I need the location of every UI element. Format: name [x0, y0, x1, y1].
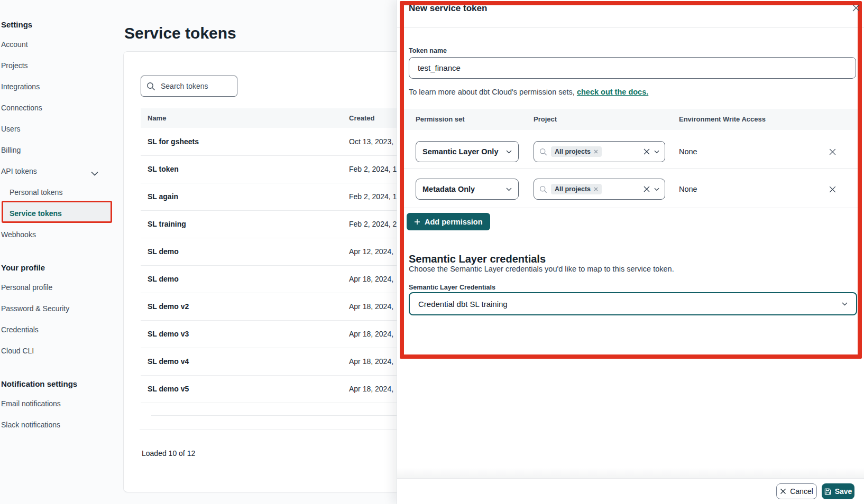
chevron-down-icon — [506, 188, 512, 191]
save-button[interactable]: Save — [822, 483, 854, 499]
search-input[interactable] — [160, 81, 225, 91]
divider — [403, 208, 858, 208]
token-name: SL again — [141, 192, 349, 201]
new-service-token-drawer: New service token Token name To learn mo… — [397, 0, 864, 504]
token-created: Apr 18, 2024, — [349, 385, 393, 393]
column-header-permission-set: Permission set — [416, 115, 465, 123]
column-header-env-write-access: Environment Write Access — [679, 115, 766, 123]
chevron-down-icon — [654, 150, 659, 154]
sidebar-item-slack-notifications[interactable]: Slack notifications — [1, 421, 60, 429]
your-profile-heading: Your profile — [1, 263, 45, 272]
semantic-layer-credentials-description: Choose the Semantic Layer credentials yo… — [409, 265, 674, 273]
remove-permission-icon[interactable] — [826, 183, 838, 195]
sidebar-item-connections[interactable]: Connections — [1, 104, 42, 112]
permission-set-value: Metadata Only — [422, 185, 475, 193]
credential-value: Credential dbt SL training — [418, 300, 508, 309]
chevron-down-icon — [842, 302, 848, 306]
token-created: Apr 18, 2024, — [349, 302, 393, 311]
token-name: SL demo v4 — [141, 357, 349, 366]
chip-remove-icon[interactable] — [594, 150, 598, 154]
api-tokens-label: API tokens — [1, 167, 37, 175]
sidebar-item-integrations[interactable]: Integrations — [1, 82, 40, 91]
token-created: Feb 2, 2024, 2 — [349, 220, 397, 228]
token-created: Apr 18, 2024, — [349, 357, 393, 366]
divider — [397, 27, 864, 28]
docs-link[interactable]: check out the docs. — [577, 88, 648, 96]
sidebar-item-billing[interactable]: Billing — [1, 146, 21, 154]
settings-heading: Settings — [1, 20, 32, 29]
add-permission-button[interactable]: Add permission — [407, 213, 490, 230]
drawer-title: New service token — [409, 3, 487, 14]
project-multiselect[interactable]: All projects — [534, 141, 665, 162]
sidebar-item-cloud-cli[interactable]: Cloud CLI — [1, 347, 34, 355]
semantic-layer-credentials-heading: Semantic Layer credentials — [409, 253, 546, 265]
docs-text: To learn more about dbt Cloud's permissi… — [409, 88, 577, 96]
sidebar-item-service-tokens[interactable]: Service tokens — [10, 209, 62, 218]
sidebar-item-credentials[interactable]: Credentials — [1, 325, 39, 334]
token-created: Oct 13, 2023, — [349, 137, 393, 146]
token-name: SL demo — [141, 247, 349, 256]
sidebar-item-api-tokens[interactable]: API tokens — [1, 167, 37, 175]
docs-sentence: To learn more about dbt Cloud's permissi… — [409, 88, 648, 96]
token-name: SL training — [141, 220, 349, 228]
search-icon — [539, 148, 547, 156]
search-icon — [146, 82, 155, 91]
chip-remove-icon[interactable] — [594, 187, 598, 191]
sidebar-item-password-security[interactable]: Password & Security — [1, 304, 69, 313]
notification-settings-heading: Notification settings — [1, 379, 77, 388]
settings-sidebar: Settings Account Projects Integrations C… — [0, 0, 117, 504]
chip-label: All projects — [555, 148, 591, 155]
divider — [403, 168, 858, 169]
sidebar-item-personal-profile[interactable]: Personal profile — [1, 283, 52, 292]
clear-selection-icon[interactable] — [643, 185, 650, 193]
sidebar-item-webhooks[interactable]: Webhooks — [1, 230, 36, 239]
token-created: Apr 12, 2024, — [349, 247, 393, 256]
token-created: Feb 2, 2024, 1 — [349, 165, 397, 173]
semantic-layer-credentials-select[interactable]: Credential dbt SL training — [409, 292, 857, 315]
sidebar-item-projects[interactable]: Projects — [1, 61, 28, 70]
search-icon — [539, 185, 547, 193]
permission-set-select[interactable]: Semantic Layer Only — [416, 141, 519, 162]
search-tokens-box[interactable] — [141, 76, 237, 97]
save-disk-icon — [824, 488, 831, 495]
sidebar-item-users[interactable]: Users — [1, 125, 21, 133]
chevron-down-icon — [91, 169, 98, 178]
permission-set-select[interactable]: Metadata Only — [416, 179, 519, 200]
sidebar-item-email-notifications[interactable]: Email notifications — [1, 399, 61, 408]
project-chip: All projects — [551, 184, 602, 194]
plus-icon — [414, 219, 420, 225]
token-name: SL demo — [141, 275, 349, 283]
add-permission-label: Add permission — [425, 218, 483, 226]
permission-set-value: Semantic Layer Only — [422, 147, 498, 156]
chevron-down-icon — [654, 188, 659, 191]
token-created: Feb 2, 2024, 1 — [349, 192, 397, 201]
token-name: SL token — [141, 165, 349, 173]
loaded-status: Loaded 10 of 12 — [142, 449, 195, 458]
column-header-project: Project — [534, 115, 557, 123]
token-name: SL demo v3 — [141, 330, 349, 338]
sidebar-item-account[interactable]: Account — [1, 40, 28, 49]
remove-permission-icon[interactable] — [826, 146, 838, 157]
token-name: SL demo v2 — [141, 302, 349, 311]
token-name-label: Token name — [409, 47, 447, 54]
token-name: SL for gsheets — [141, 137, 349, 146]
cancel-button[interactable]: Cancel — [776, 483, 817, 499]
env-write-access-value: None — [679, 147, 697, 156]
project-chip: All projects — [551, 146, 602, 157]
token-name-input[interactable] — [409, 57, 856, 79]
footer-shadow — [397, 468, 864, 478]
project-multiselect[interactable]: All projects — [534, 179, 665, 200]
page-title: Service tokens — [124, 24, 236, 42]
semantic-layer-credentials-label: Semantic Layer Credentials — [409, 284, 495, 291]
token-created: Apr 18, 2024, — [349, 330, 393, 338]
chip-label: All projects — [555, 185, 591, 193]
save-label: Save — [835, 487, 852, 496]
env-write-access-value: None — [679, 185, 697, 193]
chevron-down-icon — [506, 150, 512, 154]
clear-selection-icon[interactable] — [643, 148, 650, 155]
close-icon[interactable] — [851, 3, 861, 13]
token-name: SL demo v5 — [141, 385, 349, 393]
column-header-name: Name — [141, 114, 349, 122]
sidebar-item-personal-tokens[interactable]: Personal tokens — [10, 188, 62, 197]
token-created: Apr 18, 2024, — [349, 275, 393, 283]
